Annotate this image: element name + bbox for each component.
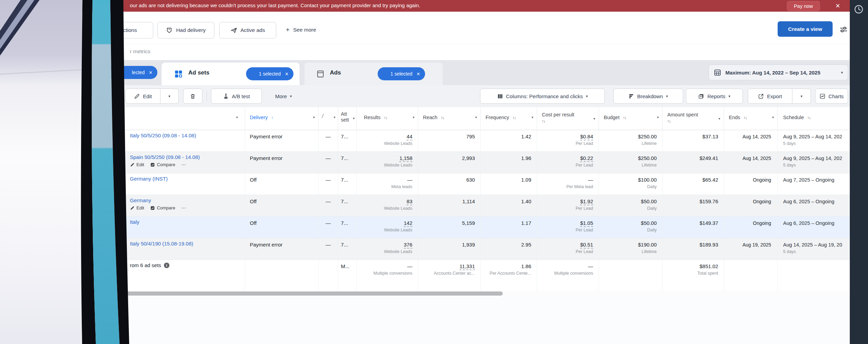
col-header-budget[interactable]: Budget ↑↓ ▾: [599, 107, 663, 130]
cell-ab-test-value: —: [326, 220, 331, 226]
col-header-attribution[interactable]: Att sett ▾: [338, 107, 357, 130]
close-icon[interactable]: ✕: [416, 71, 420, 77]
export-dropdown-button[interactable]: ▾: [792, 89, 811, 104]
cell-attribution: 7...: [338, 173, 357, 195]
view-settings-sliders-icon[interactable]: [838, 24, 849, 35]
edit-button[interactable]: Edit: [125, 89, 160, 104]
close-icon[interactable]: ✕: [149, 70, 153, 75]
cell-budget: $250.00Lifetime: [599, 152, 663, 173]
ad-set-name-link[interactable]: Germany (INST): [130, 176, 168, 182]
table-row[interactable]: Italy 50/4/190 (15.08-19.08)Payment erro…: [0, 238, 850, 260]
sort-asc-icon: ↑: [271, 116, 273, 120]
cell-results-value[interactable]: 376: [404, 242, 412, 249]
campaigns-selected-badge[interactable]: lected ✕: [103, 66, 157, 79]
chevron-down-icon[interactable]: ▾: [772, 115, 774, 119]
cell-results-value[interactable]: 83: [407, 198, 412, 205]
col-header-name[interactable]: ▾: [0, 107, 245, 130]
ad-sets-badge-label: 1 selected: [259, 71, 281, 77]
info-icon[interactable]: i: [164, 263, 169, 268]
cell-cost-per-result-value[interactable]: $1.92: [580, 198, 593, 205]
col-header-amount-spent[interactable]: Amount spent ↑↓ ▾: [663, 107, 724, 130]
reports-button[interactable]: Reports ▾: [686, 89, 743, 104]
delete-button[interactable]: [183, 89, 202, 104]
tab-ad-sets[interactable]: Ad sets 1 selected ✕: [162, 62, 300, 85]
col-header-results[interactable]: Results ↑↓ ▾: [357, 107, 418, 130]
columns-button[interactable]: Columns: Performance and clicks ▾: [480, 89, 605, 104]
ad-set-name-link[interactable]: Italy: [130, 219, 140, 225]
col-header-ends[interactable]: Ends ↑↓ ▾: [724, 107, 778, 130]
row-compare-button[interactable]: Compare: [150, 162, 175, 167]
trash-icon: [190, 93, 196, 99]
export-button[interactable]: Export: [748, 89, 792, 104]
cell-frequency-sublabel: Per Accounts Cente...: [481, 271, 531, 276]
chevron-down-icon[interactable]: ▾: [475, 115, 477, 119]
breakdown-button[interactable]: Breakdown ▾: [613, 89, 683, 104]
filter-chip-active-ads[interactable]: Active ads: [219, 22, 276, 38]
col-header-reach[interactable]: Reach ↑↓ ▾: [418, 107, 481, 130]
row-compare-button[interactable]: Compare: [150, 205, 175, 210]
table-row[interactable]: GermanyEditCompare⋯Off—7...83Website Lea…: [0, 195, 850, 217]
charts-button[interactable]: Charts: [815, 89, 848, 104]
table-row[interactable]: ItalyOff—7...142Website Leads5,1591.17$1…: [0, 217, 850, 238]
cell-reach-value: 795: [466, 134, 475, 139]
edit-dropdown-button[interactable]: ▾: [160, 89, 179, 104]
clock-icon[interactable]: [854, 4, 864, 14]
col-header-ab-test[interactable]: / ▾: [319, 107, 338, 130]
chevron-down-icon[interactable]: ▾: [593, 115, 595, 122]
see-more-button[interactable]: + See more: [280, 22, 322, 38]
table-row[interactable]: Italy 50/5/250 (09.08 - 14.08)Payment er…: [0, 130, 850, 152]
row-more-options-button[interactable]: ⋯: [181, 205, 186, 210]
cell-results-value[interactable]: 44: [407, 134, 412, 140]
row-more-options-button[interactable]: ⋯: [181, 162, 186, 167]
col-header-frequency[interactable]: Frequency ↑↓ ▾: [481, 107, 537, 130]
create-a-view-button[interactable]: Create a view: [778, 21, 833, 37]
cell-cost-per-result-value[interactable]: $0.51: [580, 242, 593, 249]
chevron-down-icon[interactable]: ▾: [313, 115, 315, 119]
cell-results-value[interactable]: 142: [404, 220, 412, 227]
chevron-down-icon[interactable]: ▾: [353, 115, 355, 121]
close-icon[interactable]: ✕: [285, 71, 289, 77]
horizontal-scrollbar[interactable]: [0, 290, 850, 297]
date-range-selector[interactable]: Maximum: Aug 14, 2022 – Sep 14, 2025 ▾: [709, 65, 848, 80]
row-edit-button[interactable]: Edit: [130, 162, 144, 167]
chevron-down-icon[interactable]: ▾: [719, 115, 720, 122]
cell-reach-value[interactable]: 11,331: [459, 263, 475, 270]
chevron-down-icon[interactable]: ▾: [532, 115, 533, 119]
ads-selected-badge[interactable]: 1 selected ✕: [378, 67, 425, 80]
campaigns-badge-fragment: lected: [132, 70, 145, 75]
ad-set-name-link[interactable]: Italy 50/5/250 (09.08 - 14.08): [130, 133, 196, 138]
table-row[interactable]: Spain 50/5/250 (09.08 - 14.08)EditCompar…: [0, 152, 850, 173]
col-header-delivery[interactable]: Delivery ↑ ▾: [245, 107, 319, 130]
cell-amount-spent: $189.93: [663, 238, 724, 260]
search-metrics-row[interactable]: r metrics: [0, 44, 850, 61]
cell-results-value: —: [407, 177, 412, 183]
ab-test-button[interactable]: A/B test: [211, 89, 262, 104]
horizontal-scrollbar-thumb[interactable]: [123, 291, 503, 296]
chevron-down-icon[interactable]: ▾: [657, 115, 659, 119]
ad-set-name-link[interactable]: Spain 50/5/250 (09.08 - 14.08): [130, 154, 200, 160]
ad-set-name-link[interactable]: Germany: [130, 197, 151, 203]
cell-cost-per-result-value[interactable]: $0.22: [580, 155, 593, 162]
pay-now-button[interactable]: Pay now: [787, 1, 820, 11]
cell-delivery: Off: [245, 217, 319, 238]
filter-chip-actions[interactable]: Actions: [103, 22, 153, 38]
cell-cost-per-result-value[interactable]: $1.05: [580, 220, 593, 227]
cell-reach: 795: [418, 130, 481, 151]
ad-set-name-link[interactable]: Italy 50/4/190 (15.08-19.08): [130, 241, 193, 246]
filter-chip-had-delivery[interactable]: Had delivery: [157, 22, 214, 38]
row-edit-button[interactable]: Edit: [130, 205, 144, 210]
cell-results-value[interactable]: 1,158: [399, 155, 412, 162]
tab-ads[interactable]: Ads 1 selected ✕: [304, 62, 443, 85]
col-header-cost-per-result[interactable]: Cost per result ↑↓ ▾: [537, 107, 599, 130]
cell-reach: 2,993: [418, 152, 481, 173]
chevron-down-icon[interactable]: ▾: [334, 115, 335, 119]
cell-cost-per-result-value[interactable]: $0.84: [580, 134, 593, 140]
more-button[interactable]: More ▾: [266, 89, 301, 104]
ad-sets-selected-badge[interactable]: 1 selected ✕: [246, 67, 293, 80]
cell-budget-sublabel: Daily: [599, 206, 657, 211]
chevron-down-icon[interactable]: ▾: [236, 115, 238, 119]
chevron-down-icon[interactable]: ▾: [413, 115, 414, 119]
table-row[interactable]: Germany (INST)Off—7...—Meta leads6301.09…: [0, 173, 850, 195]
col-header-schedule[interactable]: Schedule ↑↓: [778, 107, 850, 130]
close-icon[interactable]: ✕: [833, 1, 843, 10]
